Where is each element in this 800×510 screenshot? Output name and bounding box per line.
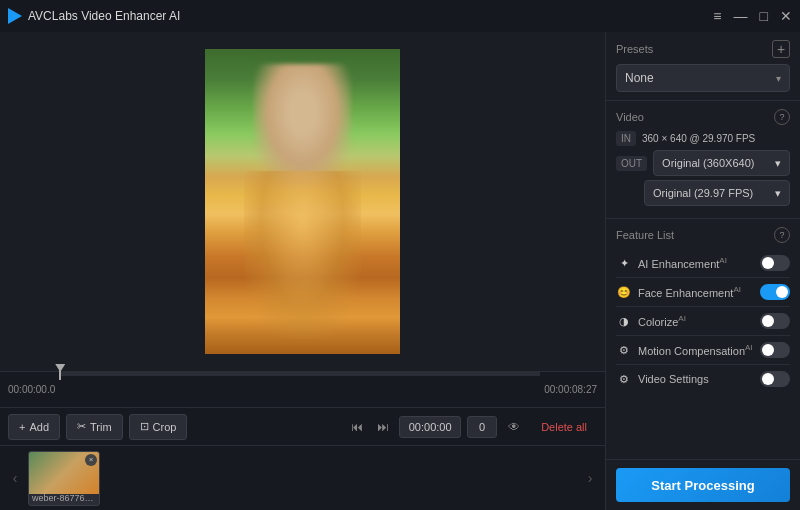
crop-button[interactable]: ⊡ Crop (129, 414, 188, 440)
feature-video-settings: ⚙ Video Settings (616, 365, 790, 393)
menu-button[interactable]: ≡ (713, 8, 721, 24)
video-section: Video ? IN 360 × 640 @ 29.970 FPS OUT Or… (606, 101, 800, 219)
video-settings-icon: ⚙ (616, 371, 632, 387)
filmstrip-scroll: × weber-8677687... (28, 451, 577, 506)
feature-list-label: Feature List (616, 229, 674, 241)
feature-ai-enhancement: ✦ AI EnhancementAI (616, 249, 790, 278)
add-button[interactable]: + Add (8, 414, 60, 440)
video-in-row: IN 360 × 640 @ 29.970 FPS (616, 131, 790, 146)
delete-all-button[interactable]: Delete all (531, 414, 597, 440)
filmstrip-next[interactable]: › (581, 458, 599, 498)
presets-selected: None (625, 71, 654, 85)
feature-face-enhancement: 😊 Face EnhancementAI (616, 278, 790, 307)
feature-list-section: Feature List ? ✦ AI EnhancementAI 😊 Face… (606, 219, 800, 460)
ai-enhancement-toggle[interactable] (760, 255, 790, 271)
colorize-name: ColorizeAI (638, 314, 754, 328)
presets-header: Presets + (616, 40, 790, 58)
restore-button[interactable]: □ (760, 8, 768, 24)
crop-icon: ⊡ (140, 420, 149, 433)
add-icon: + (19, 421, 25, 433)
out-res-arrow: ▾ (775, 157, 781, 170)
video-header: Video ? (616, 109, 790, 125)
presets-section: Presets + None ▾ (606, 32, 800, 101)
face-enhancement-icon: 😊 (616, 284, 632, 300)
app-logo: AVCLabs Video Enhancer AI (8, 8, 180, 24)
motion-compensation-toggle[interactable] (760, 342, 790, 358)
prev-button[interactable]: ⏮ (347, 417, 367, 437)
motion-compensation-name: Motion CompensationAI (638, 343, 754, 357)
timeline-end-time: 00:00:08:27 (544, 384, 597, 395)
timeline-track[interactable] (55, 372, 544, 407)
main-layout: 00:00:00.0 00:00:08:27 + Add ✂ Trim ⊡ Cr… (0, 32, 800, 510)
film-item-name: weber-8677687... (29, 493, 99, 503)
title-bar: AVCLabs Video Enhancer AI ≡ — □ ✕ (0, 0, 800, 32)
window-controls: ≡ — □ ✕ (713, 8, 792, 24)
video-help-button[interactable]: ? (774, 109, 790, 125)
motion-compensation-icon: ⚙ (616, 342, 632, 358)
timeline-playhead[interactable] (59, 368, 61, 380)
trim-button[interactable]: ✂ Trim (66, 414, 123, 440)
minimize-button[interactable]: — (734, 8, 748, 24)
film-item-close[interactable]: × (85, 454, 97, 466)
feature-list-header: Feature List ? (616, 227, 790, 243)
filmstrip: ‹ × weber-8677687... › (0, 445, 605, 510)
face-enhancement-toggle[interactable] (760, 284, 790, 300)
colorize-toggle[interactable] (760, 313, 790, 329)
video-preview-area (0, 32, 605, 371)
out-fps-value: Original (29.97 FPS) (653, 187, 753, 199)
in-badge: IN (616, 131, 636, 146)
face-enhancement-name: Face EnhancementAI (638, 285, 754, 299)
ai-enhancement-name: AI EnhancementAI (638, 256, 754, 270)
in-value: 360 × 640 @ 29.970 FPS (642, 133, 755, 144)
person-face (254, 64, 352, 186)
presets-dropdown-arrow: ▾ (776, 73, 781, 84)
presets-label: Presets (616, 43, 653, 55)
feature-colorize: ◑ ColorizeAI (616, 307, 790, 336)
video-out-row: OUT Original (360X640) ▾ (616, 150, 790, 176)
presets-dropdown[interactable]: None ▾ (616, 64, 790, 92)
trim-icon: ✂ (77, 420, 86, 433)
video-label: Video (616, 111, 644, 123)
ai-enhancement-icon: ✦ (616, 255, 632, 271)
filmstrip-item[interactable]: × weber-8677687... (28, 451, 100, 506)
time-input[interactable] (399, 416, 461, 438)
out-badge: OUT (616, 156, 647, 171)
frame-input[interactable] (467, 416, 497, 438)
video-settings-name: Video Settings (638, 373, 754, 385)
right-panel: Presets + None ▾ Video ? IN 360 × 640 @ … (605, 32, 800, 510)
start-processing-button[interactable]: Start Processing (616, 468, 790, 502)
timeline-bar[interactable] (59, 372, 540, 376)
colorize-icon: ◑ (616, 313, 632, 329)
app-title: AVCLabs Video Enhancer AI (28, 9, 180, 23)
drink-area (244, 171, 361, 339)
video-preview (205, 49, 400, 354)
next-button[interactable]: ⏭ (373, 417, 393, 437)
out-fps-dropdown[interactable]: Original (29.97 FPS) ▾ (644, 180, 790, 206)
playback-controls: ⏮ ⏭ 👁 (347, 416, 525, 438)
toolbar: + Add ✂ Trim ⊡ Crop ⏮ ⏭ 👁 Delete all (0, 407, 605, 445)
timeline-start-time: 00:00:00.0 (8, 384, 55, 395)
left-panel: 00:00:00.0 00:00:08:27 + Add ✂ Trim ⊡ Cr… (0, 32, 605, 510)
presets-add-button[interactable]: + (772, 40, 790, 58)
out-resolution-value: Original (360X640) (662, 157, 754, 169)
logo-icon (8, 8, 22, 24)
feature-list-help[interactable]: ? (774, 227, 790, 243)
filmstrip-prev[interactable]: ‹ (6, 458, 24, 498)
timeline: 00:00:00.0 00:00:08:27 (0, 371, 605, 407)
eye-icon[interactable]: 👁 (503, 416, 525, 438)
feature-motion-compensation: ⚙ Motion CompensationAI (616, 336, 790, 365)
video-settings-toggle[interactable] (760, 371, 790, 387)
out-resolution-dropdown[interactable]: Original (360X640) ▾ (653, 150, 790, 176)
close-button[interactable]: ✕ (780, 8, 792, 24)
out-fps-arrow: ▾ (775, 187, 781, 200)
